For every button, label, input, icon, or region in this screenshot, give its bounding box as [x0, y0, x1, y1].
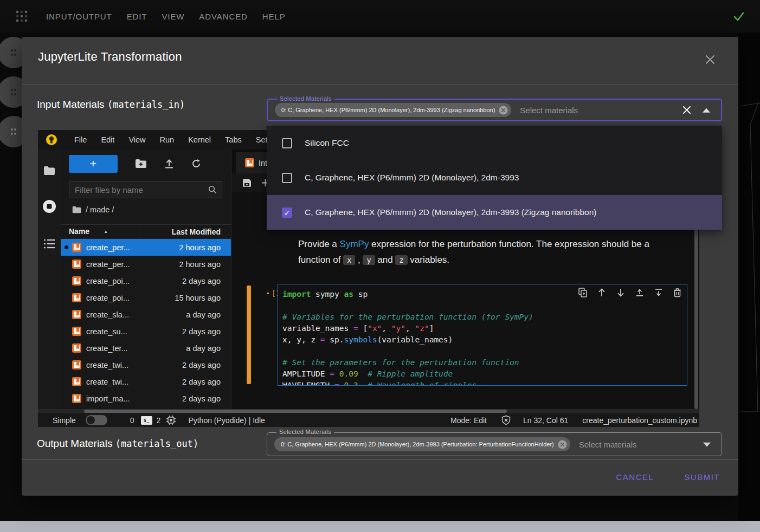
submit-button[interactable]: SUBMIT	[683, 469, 721, 485]
cursor-position[interactable]: Ln 32, Col 61	[523, 416, 568, 425]
upload-icon[interactable]	[164, 159, 174, 168]
horizontal-scrollbar	[38, 409, 699, 413]
file-name: create_twi...	[86, 361, 128, 369]
dropdown-option-c-graphene-hex-p6-mmm-2d-monol[interactable]: ✓C, Graphene, HEX (P6/mmm) 2D (Monolayer…	[267, 195, 722, 230]
kernel-status[interactable]: Python (Pyodide) | Idle	[188, 416, 265, 425]
top-menu-item-input-output[interactable]: INPUT/OUTPUT	[46, 12, 112, 21]
material-viewer-backdrop	[738, 33, 760, 521]
delete-cell-icon[interactable]	[673, 288, 681, 297]
select-materials-placeholder[interactable]: Select materials	[579, 440, 637, 449]
select-materials-placeholder[interactable]: Select materials	[520, 106, 578, 115]
input-materials-select[interactable]: Selected Materials 0: C, Graphene, HEX (…	[267, 99, 722, 121]
kernels-count[interactable]: 2	[157, 416, 161, 425]
refresh-icon[interactable]	[191, 159, 201, 168]
trust-icon[interactable]	[501, 415, 511, 425]
output-materials-select[interactable]: Selected Materials 0: C, Graphene, HEX (…	[267, 432, 722, 456]
file-row[interactable]: create_sla...a day ago	[61, 306, 231, 323]
code-line: AMPLITUDE = 0.09 # Ripple amplitude	[282, 368, 687, 380]
top-menu-item-advanced[interactable]: ADVANCED	[199, 12, 247, 21]
jlab-menu-view[interactable]: View	[121, 135, 152, 144]
cancel-button[interactable]: CANCEL	[615, 469, 655, 485]
terminals-count[interactable]: 0	[130, 416, 134, 425]
file-row[interactable]: create_per...2 hours ago	[61, 239, 231, 256]
save-icon[interactable]	[242, 178, 252, 187]
dropdown-option-c-graphene-hex-p6-mmm-2d-monol[interactable]: C, Graphene, HEX (P6/mmm) 2D (Monolayer)…	[267, 160, 722, 195]
file-browser-toolbar: +	[61, 154, 231, 173]
file-row[interactable]: create_twi...2 days ago	[61, 356, 231, 373]
file-modified: 2 days ago	[130, 394, 231, 403]
toc-icon[interactable]	[43, 238, 55, 249]
top-menu-item-view[interactable]: VIEW	[162, 12, 184, 21]
dialog-close-icon[interactable]	[704, 53, 717, 66]
top-menu-item-edit[interactable]: EDIT	[127, 12, 147, 21]
move-cell-up-icon[interactable]	[597, 288, 606, 297]
dialog-title: JupyterLite Transformation	[38, 50, 182, 64]
column-name[interactable]: Name ▲	[61, 227, 139, 236]
code-line	[282, 346, 687, 357]
markdown-paragraph: Provide a SymPy expression for the pertu…	[298, 236, 673, 268]
column-last-modified[interactable]: Last Modified	[139, 225, 231, 238]
sympy-link[interactable]: SymPy	[340, 239, 369, 249]
insert-cell-below-icon[interactable]	[654, 288, 663, 297]
dropdown-option-silicon-fcc[interactable]: Silicon FCC	[267, 126, 722, 160]
file-name: create_twi...	[86, 378, 128, 386]
file-row[interactable]: create_twi...2 days ago	[61, 373, 231, 390]
screen: INPUT/OUTPUTEDITVIEWADVANCEDHELP Jupyter…	[0, 0, 760, 532]
option-checkbox[interactable]	[282, 138, 292, 148]
duplicate-cell-icon[interactable]	[578, 288, 587, 297]
horizontal-scrollbar-thumb[interactable]	[84, 410, 507, 413]
code-line: # Set the parameters for the perturbatio…	[282, 357, 687, 368]
filter-box	[69, 181, 222, 198]
expand-icon[interactable]	[703, 443, 711, 447]
file-name: create_per...	[86, 243, 130, 252]
chip-remove-icon[interactable]	[558, 440, 567, 449]
input-materials-label-text: Input Materials	[37, 99, 107, 110]
column-name-label: Name	[69, 227, 89, 236]
home-folder-icon	[72, 206, 81, 213]
option-checkbox[interactable]	[282, 173, 292, 183]
jlab-menu-tabs[interactable]: Tabs	[218, 135, 249, 144]
material-chip[interactable]: 0: C, Graphene, HEX (P6/mmm) 2D (Monolay…	[274, 437, 570, 451]
file-browser: +	[61, 150, 231, 427]
file-modified: a day ago	[129, 310, 231, 319]
file-row[interactable]: create_poi...2 days ago	[61, 273, 231, 289]
input-field-label: Selected Materials	[277, 95, 334, 102]
confirm-check-icon[interactable]	[732, 9, 746, 23]
chip-remove-icon[interactable]	[499, 106, 508, 115]
code-cell[interactable]: import sympy as sp # Variables for the p…	[278, 284, 687, 386]
jupyterlite-logo-icon	[46, 134, 57, 146]
jlab-menu-file[interactable]: File	[67, 135, 94, 144]
jlab-menu-edit[interactable]: Edit	[94, 135, 121, 144]
jlab-menu-run[interactable]: Run	[153, 135, 182, 144]
dialog-footer: CANCEL SUBMIT	[615, 469, 721, 485]
cell-collapser[interactable]	[247, 286, 251, 384]
file-row[interactable]: create_ter...a day ago	[61, 340, 231, 356]
collapse-icon[interactable]	[703, 108, 710, 113]
simple-mode-toggle[interactable]	[86, 415, 107, 425]
clear-selection-icon[interactable]	[682, 105, 692, 115]
new-launcher-button[interactable]: +	[69, 155, 118, 173]
file-row[interactable]: create_poi...15 hours ago	[61, 289, 231, 306]
new-folder-icon[interactable]	[135, 159, 147, 168]
input-materials-label: Input Materials (materials_in)	[37, 99, 185, 111]
notebook-file-icon	[72, 276, 81, 286]
breadcrumb[interactable]: / made /	[72, 205, 114, 214]
file-row[interactable]: create_per...2 hours ago	[61, 256, 231, 273]
material-chip[interactable]: 0: C, Graphene, HEX (P6/mmm) 2D (Monolay…	[275, 103, 511, 117]
option-checkbox[interactable]: ✓	[282, 207, 292, 218]
file-row[interactable]: import_ma...2 days ago	[61, 390, 231, 407]
file-name: create_sla...	[86, 310, 129, 319]
jlab-menu-kernel[interactable]: Kernel	[181, 135, 218, 144]
file-modified: a day ago	[128, 344, 231, 353]
filter-files-input[interactable]	[69, 185, 208, 194]
app-grid-icon	[15, 9, 29, 23]
file-row[interactable]: create_su...2 days ago	[61, 323, 231, 340]
top-menu-item-help[interactable]: HELP	[262, 12, 286, 21]
option-label: C, Graphene, HEX (P6/mmm) 2D (Monolayer)…	[305, 173, 519, 183]
move-cell-down-icon[interactable]	[616, 288, 625, 297]
code-editor[interactable]: import sympy as sp # Variables for the p…	[278, 284, 687, 386]
folder-icon[interactable]	[43, 166, 55, 176]
breadcrumb-path[interactable]: / made /	[86, 205, 114, 214]
running-sessions-icon[interactable]	[42, 199, 56, 213]
insert-cell-above-icon[interactable]	[635, 288, 644, 297]
